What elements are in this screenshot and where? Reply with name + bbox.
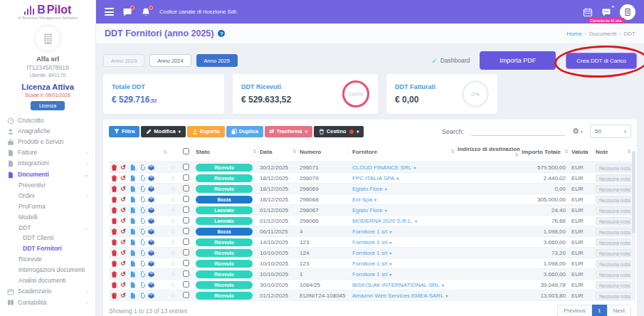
- sort-icon[interactable]: ⇅: [564, 149, 569, 154]
- sidebar-item-preventivi[interactable]: Preventivi: [0, 180, 95, 191]
- attachment-paperclip-icon[interactable]: [138, 164, 145, 171]
- sidebar-item-modelli[interactable]: Modelli: [0, 212, 95, 223]
- breadcrumb-ddt[interactable]: DDT: [624, 31, 635, 37]
- sidebar-item-cruscotto[interactable]: Cruscotto: [0, 115, 95, 126]
- note-input[interactable]: Nessuna nota: [596, 174, 631, 182]
- package-cube-icon[interactable]: [147, 206, 154, 214]
- package-cube-icon[interactable]: [147, 196, 154, 203]
- note-input[interactable]: Nessuna nota: [596, 206, 631, 214]
- sidebar-item-prodotti-e-servizi[interactable]: Prodotti e Servizi: [0, 137, 95, 147]
- package-cube-icon[interactable]: [147, 281, 154, 288]
- sidebar-item-ddt-fornitori[interactable]: DDT Fornitori: [0, 244, 95, 255]
- favorite-star-icon[interactable]: ☆: [170, 206, 176, 214]
- undo-icon[interactable]: ↺: [120, 260, 127, 267]
- package-cube-icon[interactable]: [147, 228, 154, 235]
- sort-icon[interactable]: ⇅: [627, 149, 631, 154]
- attachment-paperclip-icon[interactable]: [138, 260, 145, 267]
- delete-icon[interactable]: [110, 281, 117, 288]
- row-checkbox[interactable]: [183, 260, 189, 266]
- favorite-star-icon[interactable]: ☆: [170, 270, 176, 278]
- undo-icon[interactable]: ↺: [120, 174, 127, 181]
- sort-icon[interactable]: ↓: [347, 149, 350, 154]
- sort-icon[interactable]: ⇅: [163, 149, 167, 155]
- package-cube-icon[interactable]: [147, 238, 154, 246]
- delete-icon[interactable]: [110, 249, 117, 256]
- package-cube-icon[interactable]: [147, 164, 154, 171]
- pdf-document-icon[interactable]: [129, 292, 136, 299]
- attachment-paperclip-icon[interactable]: [138, 228, 145, 235]
- attachment-paperclip-icon[interactable]: [138, 249, 145, 256]
- row-checkbox[interactable]: [183, 228, 189, 234]
- row-checkbox[interactable]: [183, 238, 189, 245]
- note-input[interactable]: Nessuna nota: [596, 196, 631, 204]
- undo-icon[interactable]: ↺: [120, 206, 127, 214]
- pdf-document-icon[interactable]: [129, 270, 136, 278]
- delete-icon[interactable]: [110, 270, 117, 278]
- supplier-link[interactable]: FPC ITALIA SPA: [352, 175, 394, 181]
- sidebar-item-anagrafiche[interactable]: Anagrafiche: [0, 126, 95, 137]
- delete-icon[interactable]: [110, 174, 117, 181]
- attachment-paperclip-icon[interactable]: [138, 281, 145, 288]
- pdf-document-icon[interactable]: [129, 196, 136, 203]
- package-cube-icon[interactable]: [147, 260, 154, 267]
- row-checkbox[interactable]: [183, 164, 189, 170]
- supplier-link[interactable]: Eni Spa: [352, 196, 372, 203]
- ai-assistant-icon[interactable]: ✦ Consulente AI ass.: [601, 7, 611, 17]
- favorite-star-icon[interactable]: ☆: [170, 164, 176, 171]
- undo-icon[interactable]: ↺: [120, 281, 127, 288]
- note-input[interactable]: Nessuna nota: [596, 249, 631, 257]
- undo-icon[interactable]: ↺: [120, 164, 127, 171]
- attachment-paperclip-icon[interactable]: [138, 206, 145, 214]
- filtra-button[interactable]: Filtra: [109, 126, 139, 137]
- sidebar-item-fatture[interactable]: Fatture›: [0, 148, 95, 159]
- favorite-star-icon[interactable]: ☆: [170, 281, 176, 288]
- attachment-paperclip-icon[interactable]: [138, 196, 145, 203]
- hamburger-menu-icon[interactable]: [105, 6, 114, 18]
- favorite-star-icon[interactable]: ☆: [170, 185, 176, 192]
- sidebar-item-ddt-clienti[interactable]: DDT Clienti: [0, 233, 95, 244]
- row-checkbox[interactable]: [183, 292, 189, 298]
- importa-pdf-button[interactable]: Importa PDF: [480, 51, 556, 70]
- pdf-document-icon[interactable]: [129, 260, 136, 267]
- package-cube-icon[interactable]: [147, 217, 154, 224]
- package-cube-icon[interactable]: [147, 174, 154, 181]
- package-cube-icon[interactable]: [147, 270, 154, 278]
- sort-icon[interactable]: ⇅: [450, 149, 455, 154]
- row-checkbox[interactable]: [183, 281, 189, 288]
- note-input[interactable]: Nessuna nota: [596, 217, 631, 225]
- pdf-document-icon[interactable]: [129, 238, 136, 246]
- supplier-link[interactable]: CLOUD FINANCE SRL: [352, 164, 411, 171]
- sidebar-item-integrazioni[interactable]: Integrazioni›: [0, 159, 95, 169]
- calendar-icon[interactable]: [583, 7, 593, 17]
- favorite-star-icon[interactable]: ☆: [170, 228, 176, 235]
- supplier-link[interactable]: Fornitore 1 srl: [352, 271, 387, 278]
- undo-icon[interactable]: ↺: [120, 238, 127, 246]
- favorite-star-icon[interactable]: ☆: [170, 260, 176, 267]
- delete-icon[interactable]: [110, 260, 117, 267]
- favorite-star-icon[interactable]: ☆: [170, 217, 176, 224]
- sort-icon[interactable]: ⇅: [292, 149, 297, 154]
- table-scrollbar[interactable]: [632, 151, 635, 300]
- help-icon[interactable]: ?: [218, 30, 225, 37]
- note-input[interactable]: Nessuna nota: [596, 281, 631, 289]
- pdf-document-icon[interactable]: [129, 185, 136, 192]
- year-tab-anno-2023[interactable]: Anno 2023: [103, 54, 144, 67]
- package-cube-icon[interactable]: [147, 185, 154, 192]
- sidebar-item-ricevute[interactable]: Ricevute: [0, 255, 95, 265]
- sidebar-item-ddt[interactable]: DDT⌄: [0, 223, 95, 233]
- package-cube-icon[interactable]: [147, 292, 154, 299]
- settings-gear-button[interactable]: ⚙ ▾: [572, 127, 583, 136]
- note-input[interactable]: Nessuna nota: [596, 164, 631, 172]
- select-all-checkbox[interactable]: [183, 148, 189, 154]
- delete-icon[interactable]: [110, 292, 117, 299]
- row-checkbox[interactable]: [183, 196, 189, 202]
- row-checkbox[interactable]: [183, 249, 189, 256]
- breadcrumb-documenti[interactable]: Documenti: [589, 31, 616, 37]
- attachment-paperclip-icon[interactable]: [138, 185, 145, 192]
- note-input[interactable]: Nessuna nota: [596, 292, 631, 300]
- pdf-document-icon[interactable]: [129, 206, 136, 214]
- delete-icon[interactable]: [110, 228, 117, 235]
- year-tab-anno-2024[interactable]: Anno 2024: [149, 54, 191, 67]
- undo-icon[interactable]: ↺: [120, 249, 127, 256]
- messages-icon[interactable]: [122, 7, 132, 17]
